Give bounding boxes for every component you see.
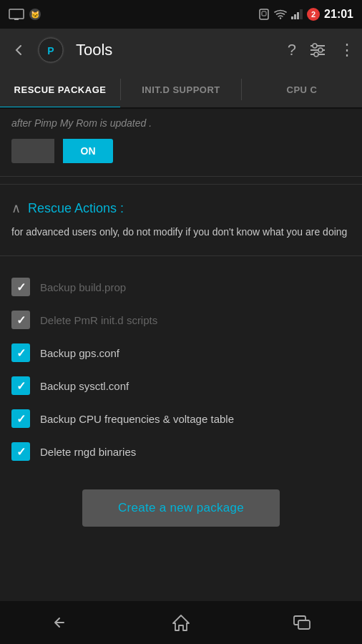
svg-rect-5 [262, 11, 266, 16]
checkbox-backup-gps[interactable]: ✓ [11, 343, 30, 362]
tab-initd-support[interactable]: INIT.D SUPPORT [121, 72, 241, 107]
rescue-warning: for advanced users only, do not modify i… [0, 225, 362, 248]
sim-icon [258, 9, 270, 20]
svg-marker-19 [173, 615, 189, 630]
svg-rect-0 [9, 9, 24, 19]
svg-rect-9 [297, 12, 299, 19]
note-area: after Pimp My Rom is updated . ON [0, 109, 362, 177]
checkmark-icon: ✓ [16, 379, 26, 393]
nav-home-button[interactable] [163, 608, 199, 637]
checkbox-label-backup-cpu: Backup CPU frequencies & voltage table [40, 413, 234, 425]
app-logo: P [37, 36, 64, 64]
sliders-icon [309, 43, 326, 57]
toolbar: P Tools ? ⋮ [0, 29, 362, 72]
checkbox-delete-rngd[interactable]: ✓ [11, 442, 30, 461]
checkbox-label-delete-pmr: Delete PmR init.d scripts [40, 314, 157, 326]
help-button[interactable]: ? [288, 41, 296, 59]
checkbox-label-backup-gps: Backup gps.conf [40, 347, 119, 359]
svg-text:🐱: 🐱 [31, 10, 40, 19]
checkbox-label-delete-rngd: Delete rngd binaries [40, 446, 136, 458]
more-button[interactable]: ⋮ [339, 41, 355, 59]
svg-rect-21 [298, 620, 310, 629]
toggle-row: ON [11, 139, 351, 163]
svg-point-16 [313, 44, 317, 48]
filter-button[interactable] [309, 43, 326, 57]
content-area: after Pimp My Rom is updated . ON ∧ Resc… [0, 109, 362, 601]
svg-point-17 [318, 48, 323, 52]
status-bar-left: 🐱 [9, 8, 41, 21]
divider-1 [0, 184, 362, 185]
toolbar-title: Tools [76, 41, 280, 59]
back-icon [11, 43, 26, 57]
svg-text:P: P [47, 45, 54, 57]
checkbox-backup-build[interactable]: ✓ [11, 278, 30, 296]
notification-badge: 2 [307, 8, 320, 21]
checkbox-item-backup-gps[interactable]: ✓ Backup gps.conf [0, 336, 362, 369]
nav-home-icon [172, 613, 190, 632]
bottom-nav [0, 601, 362, 644]
checkmark-icon: ✓ [16, 445, 26, 459]
checkmark-icon: ✓ [16, 280, 26, 294]
toolbar-actions: ? ⋮ [288, 41, 355, 59]
checkmark-icon: ✓ [16, 313, 26, 327]
toggle-off [11, 139, 54, 163]
checkbox-item-delete-pmr[interactable]: ✓ Delete PmR init.d scripts [0, 303, 362, 336]
svg-rect-8 [294, 14, 296, 19]
tab-rescue-package[interactable]: RESCUE PACKAGE [0, 72, 120, 107]
divider-2 [0, 255, 362, 256]
checkbox-item-delete-rngd[interactable]: ✓ Delete rngd binaries [0, 435, 362, 468]
nav-recent-button[interactable] [284, 608, 320, 637]
note-text: after Pimp My Rom is updated . [11, 117, 351, 129]
chevron-up-icon: ∧ [11, 200, 21, 216]
checkbox-item-backup-build[interactable]: ✓ Backup build.prop [0, 270, 362, 303]
nav-back-button[interactable] [42, 608, 78, 637]
create-package-button[interactable]: Create a new package [82, 489, 280, 527]
rescue-actions-header[interactable]: ∧ Rescue Actions : [0, 192, 362, 225]
svg-rect-10 [300, 9, 303, 19]
nav-back-icon [49, 614, 71, 631]
checkbox-label-backup-sysctl: Backup sysctl.conf [40, 380, 129, 392]
svg-point-18 [314, 52, 318, 57]
checkbox-label-backup-build: Backup build.prop [40, 281, 126, 293]
toggle-on[interactable]: ON [63, 139, 113, 163]
rescue-actions-title: Rescue Actions : [28, 201, 124, 216]
checkmark-icon: ✓ [16, 346, 26, 360]
nav-recent-icon [293, 615, 311, 630]
checkbox-backup-sysctl[interactable]: ✓ [11, 376, 30, 395]
app-icon: 🐱 [29, 8, 41, 21]
checkmark-icon: ✓ [16, 412, 26, 426]
tab-cpu[interactable]: CPU C [242, 72, 362, 107]
status-bar: 🐱 2 21:01 [0, 0, 362, 29]
checkbox-item-backup-cpu[interactable]: ✓ Backup CPU frequencies & voltage table [0, 402, 362, 435]
svg-rect-1 [14, 19, 19, 20]
checkbox-list: ✓ Backup build.prop ✓ Delete PmR init.d … [0, 263, 362, 475]
svg-rect-7 [291, 16, 293, 19]
signal-icon [291, 9, 303, 19]
status-bar-right: 2 21:01 [258, 8, 353, 21]
svg-point-6 [280, 17, 281, 19]
checkbox-item-backup-sysctl[interactable]: ✓ Backup sysctl.conf [0, 369, 362, 402]
checkbox-delete-pmr[interactable]: ✓ [11, 311, 30, 329]
wifi-icon [274, 9, 287, 19]
tab-bar: RESCUE PACKAGE INIT.D SUPPORT CPU C [0, 72, 362, 109]
screenshot-icon [9, 9, 24, 20]
logo-icon: P [38, 37, 64, 63]
status-time: 21:01 [324, 8, 353, 21]
back-button[interactable] [7, 39, 30, 62]
create-btn-area: Create a new package [0, 475, 362, 541]
checkbox-backup-cpu[interactable]: ✓ [11, 409, 30, 428]
svg-rect-4 [260, 9, 268, 19]
